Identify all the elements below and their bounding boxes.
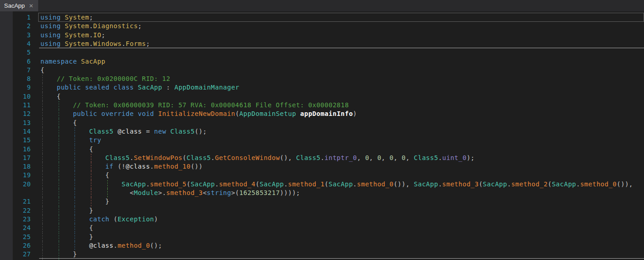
code-line[interactable]: 12 public override void InitializeNewDom…: [0, 110, 644, 118]
code-line[interactable]: 10 {: [0, 92, 644, 101]
code-line[interactable]: 2using System.Diagnostics;: [0, 22, 644, 30]
code-text: @class.method_0();: [40, 241, 162, 250]
line-number: 24: [0, 224, 31, 232]
line-number: 17: [0, 154, 31, 162]
line-number: 10: [0, 92, 31, 101]
code-line[interactable]: 18 if (!@class.method_10()): [0, 162, 644, 171]
code-line[interactable]: 4using System.Windows.Forms;: [0, 40, 644, 48]
current-line-highlight: [38, 13, 644, 22]
code-line[interactable]: 3using System.IO;: [0, 31, 644, 40]
tab-sacapp[interactable]: SacApp ✕: [0, 0, 38, 11]
code-line[interactable]: 5: [0, 48, 644, 57]
line-number: 9: [0, 83, 31, 92]
code-line[interactable]: 24 {: [0, 224, 644, 232]
line-number: 7: [0, 66, 31, 75]
line-number: 3: [0, 31, 31, 40]
line-number: 11: [0, 101, 31, 110]
code-text: <Module>.smethod_3<string>(1625853217)))…: [40, 189, 300, 197]
code-line[interactable]: 1using System;: [0, 13, 644, 22]
line-number: 23: [0, 215, 31, 224]
line-number: 22: [0, 206, 31, 215]
code-text: }: [40, 250, 77, 259]
code-line[interactable]: 16 {: [0, 145, 644, 154]
code-text: {: [40, 145, 93, 154]
code-line[interactable]: 13 {: [0, 119, 644, 127]
line-number: 25: [0, 233, 31, 241]
code-text: // Token: 0x0200000C RID: 12: [40, 75, 170, 83]
code-text: catch (Exception): [40, 215, 158, 224]
tab-close-icon[interactable]: ✕: [29, 3, 34, 9]
code-line[interactable]: 20 SacApp.smethod_5(SacApp.smethod_4(Sac…: [0, 180, 644, 189]
code-line[interactable]: 8 // Token: 0x0200000C RID: 12: [0, 75, 644, 83]
code-text: {: [40, 171, 110, 180]
code-text: using System.Diagnostics;: [40, 22, 142, 30]
code-text: Class5.SetWindowPos(Class5.GetConsoleWin…: [40, 154, 475, 162]
code-line[interactable]: 23 catch (Exception): [0, 215, 644, 224]
code-line[interactable]: 26 @class.method_0();: [0, 241, 644, 250]
code-line[interactable]: 19 {: [0, 171, 644, 180]
code-text: using System.IO;: [40, 31, 105, 40]
line-number: 21: [0, 197, 31, 206]
code-line[interactable]: <Module>.smethod_3<string>(1625853217)))…: [0, 189, 644, 197]
code-line[interactable]: 6namespace SacApp: [0, 57, 644, 66]
code-text: {: [40, 224, 93, 232]
code-line[interactable]: 14 Class5 @class = new Class5();: [0, 127, 644, 136]
code-text: {: [40, 119, 77, 127]
line-number: 19: [0, 171, 31, 180]
line-number: 6: [0, 57, 31, 66]
code-line[interactable]: 27 }: [0, 250, 644, 259]
code-text: namespace SacApp: [40, 57, 105, 66]
code-text: {: [40, 92, 61, 101]
code-line[interactable]: 22 }: [0, 206, 644, 215]
code-line[interactable]: 17 Class5.SetWindowPos(Class5.GetConsole…: [0, 154, 644, 162]
code-text: }: [40, 206, 93, 215]
code-line[interactable]: 15 try: [0, 136, 644, 145]
code-line[interactable]: 21 }: [0, 197, 644, 206]
line-number: 2: [0, 22, 31, 30]
code-text: public override void InitializeNewDomain…: [40, 110, 357, 118]
line-number: 12: [0, 110, 31, 118]
line-number: 4: [0, 40, 31, 48]
tab-title: SacApp: [4, 2, 25, 9]
code-text: }: [40, 233, 93, 241]
code-rows: 1using System;2using System.Diagnostics;…: [0, 13, 644, 260]
line-number: 20: [0, 180, 31, 189]
code-text: using System.Windows.Forms;: [40, 40, 150, 48]
line-number: 18: [0, 162, 31, 171]
code-text: }: [40, 197, 110, 206]
code-text: {: [40, 66, 45, 75]
code-editor[interactable]: 1using System;2using System.Diagnostics;…: [0, 11, 644, 260]
code-line[interactable]: 25 }: [0, 233, 644, 241]
code-text: if (!@class.method_10()): [40, 162, 203, 171]
line-number: 13: [0, 119, 31, 127]
line-number: 14: [0, 127, 31, 136]
line-number: 15: [0, 136, 31, 145]
code-line[interactable]: 9 public sealed class SacApp : AppDomain…: [0, 83, 644, 92]
code-text: Class5 @class = new Class5();: [40, 127, 207, 136]
code-text: public sealed class SacApp : AppDomainMa…: [40, 83, 240, 92]
code-line[interactable]: 11 // Token: 0x06000039 RID: 57 RVA: 0x0…: [0, 101, 644, 110]
line-number: 16: [0, 145, 31, 154]
code-text: try: [40, 136, 101, 145]
line-number: 26: [0, 241, 31, 250]
code-text: using System;: [40, 13, 93, 22]
line-number: 1: [0, 13, 31, 22]
line-number: 5: [0, 48, 31, 57]
tab-bar: SacApp ✕: [0, 0, 644, 11]
line-number: 27: [0, 250, 31, 259]
code-text: SacApp.smethod_5(SacApp.smethod_4(SacApp…: [40, 180, 633, 189]
code-text: // Token: 0x06000039 RID: 57 RVA: 0x0000…: [40, 101, 349, 110]
line-number: 8: [0, 75, 31, 83]
code-line[interactable]: 7{: [0, 66, 644, 75]
